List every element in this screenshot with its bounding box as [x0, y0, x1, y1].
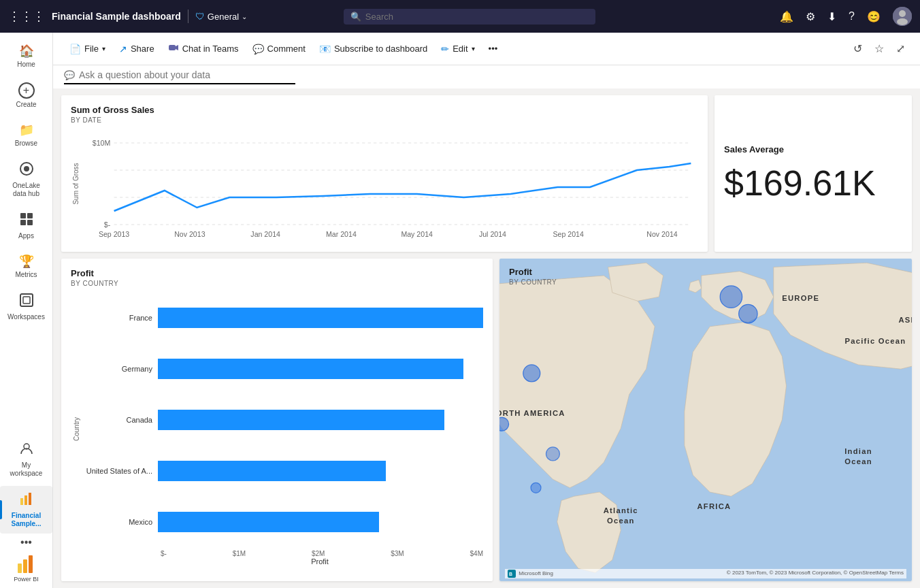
sidebar-item-workspaces[interactable]: Workspaces	[0, 287, 52, 327]
file-button[interactable]: 📄 File ▾	[64, 41, 111, 57]
sidebar-item-my-workspace[interactable]: My workspace	[0, 436, 52, 483]
bar-canada	[158, 410, 444, 430]
sidebar-label-browse: Browse	[15, 140, 37, 148]
profit-bar-subtitle: BY COUNTRY	[71, 280, 483, 287]
sidebar-label-create: Create	[16, 101, 36, 109]
qa-input[interactable]	[79, 69, 295, 80]
map-label-europe: EUROPE	[782, 294, 819, 302]
country-usa: United States of A...	[86, 467, 152, 475]
map-bubble-europe2	[739, 304, 757, 323]
sidebar-item-onelake[interactable]: OneLake data hub	[0, 156, 52, 203]
sidebar: 🏠 Home + Create 📁 Browse OneLake data hu…	[0, 33, 53, 588]
subscribe-button[interactable]: 📧 Subscribe to dashboard	[314, 41, 433, 57]
svg-rect-17	[29, 555, 33, 573]
sidebar-item-create[interactable]: + Create	[0, 77, 52, 114]
sidebar-label-workspaces: Workspaces	[7, 313, 45, 321]
sales-average-tile[interactable]: Sales Average $169.61K	[714, 95, 912, 252]
chat-in-teams-button[interactable]: Chat in Teams	[163, 39, 244, 58]
edit-button[interactable]: ✏ Edit ▾	[436, 41, 480, 57]
profit-bars-area: France Germany Canada United States of A…	[82, 293, 483, 547]
svg-rect-13	[24, 495, 27, 505]
sales-average-title: Sales Average	[724, 144, 902, 154]
sidebar-item-apps[interactable]: Apps	[0, 206, 52, 246]
share-label: Share	[131, 44, 154, 54]
fullscreen-button[interactable]: ⤢	[892, 39, 909, 58]
svg-rect-9	[20, 294, 33, 306]
svg-rect-12	[20, 498, 23, 505]
powerbi-label: Power BI	[14, 576, 39, 583]
share-button[interactable]: ↗ Share	[114, 41, 160, 57]
svg-text:May 2014: May 2014	[401, 231, 433, 238]
svg-rect-16	[23, 559, 27, 573]
x-label-0: $-	[161, 550, 167, 557]
powerbi-logo-icon	[15, 554, 37, 576]
feedback-icon[interactable]: 😊	[867, 10, 881, 23]
sidebar-item-browse[interactable]: 📁 Browse	[0, 117, 52, 153]
waffle-icon[interactable]: ⋮⋮⋮	[8, 9, 45, 24]
map-bubble-usa	[499, 417, 509, 431]
gross-sales-tile[interactable]: Sum of Gross Sales BY DATE $10M $- Sum o…	[61, 95, 708, 252]
country-mexico: Mexico	[129, 518, 152, 526]
svg-text:Nov 2013: Nov 2013	[174, 231, 206, 238]
map-bubble-canada	[523, 365, 540, 382]
favorite-button[interactable]: ☆	[870, 39, 888, 58]
edit-chevron-icon: ▾	[472, 45, 475, 52]
active-indicator	[0, 500, 2, 519]
notification-icon[interactable]: 🔔	[780, 10, 793, 23]
settings-icon[interactable]: ⚙	[806, 10, 815, 23]
svg-rect-6	[27, 213, 33, 218]
edit-icon: ✏	[441, 44, 449, 54]
sidebar-label-metrics: Metrics	[15, 271, 37, 279]
gross-sales-title: Sum of Gross Sales	[71, 105, 698, 115]
tile-row-2: Profit BY COUNTRY Country France	[61, 259, 912, 581]
sidebar-label-financial-sample: Financial Sample...	[12, 512, 42, 528]
sidebar-bottom: My workspace Financial Sample... •••	[0, 436, 52, 583]
qa-bar-inner[interactable]: 💬	[64, 69, 295, 84]
help-icon[interactable]: ?	[849, 10, 855, 22]
profit-y-axis-label-container: Country	[71, 293, 82, 566]
subscribe-icon: 📧	[319, 44, 331, 54]
workspace-chevron-icon[interactable]: ⌄	[242, 13, 247, 20]
svg-rect-14	[29, 493, 31, 505]
profit-bar-inner: France Germany Canada United States of A…	[82, 293, 483, 566]
sales-average-value: $169.61K	[724, 163, 902, 203]
more-options-button[interactable]: •••	[483, 41, 504, 56]
sidebar-item-home[interactable]: 🏠 Home	[0, 38, 52, 74]
sidebar-label-onelake: OneLake data hub	[12, 182, 40, 198]
profit-map-svg: NORTH AMERICA EUROPE AFRICA ASIA Pacific…	[499, 259, 912, 581]
map-label-pacific: Pacific Ocean	[845, 337, 906, 345]
sidebar-label-my-workspace: My workspace	[10, 461, 43, 478]
download-icon[interactable]: ⬇	[827, 10, 836, 23]
country-labels: France Germany Canada United States of A…	[82, 293, 157, 547]
create-icon: +	[18, 82, 35, 99]
comment-button[interactable]: 💬 Comment	[247, 41, 311, 57]
map-label-asia: ASIA	[898, 316, 912, 324]
search-input[interactable]	[365, 12, 589, 22]
more-options-icon: •••	[489, 44, 498, 54]
svg-text:Sum of Gross: Sum of Gross	[71, 163, 79, 204]
svg-text:Sep 2014: Sep 2014	[553, 231, 585, 238]
country-canada: Canada	[126, 416, 152, 424]
map-label-north-america: NORTH AMERICA	[499, 409, 565, 417]
svg-rect-8	[27, 220, 33, 225]
profit-map-title: Profit	[509, 267, 557, 277]
refresh-button[interactable]: ↺	[849, 39, 866, 58]
bing-icon: B	[508, 570, 516, 578]
financial-sample-icon	[19, 491, 34, 510]
comment-label: Comment	[267, 44, 306, 54]
profit-bar-tile[interactable]: Profit BY COUNTRY Country France	[61, 259, 493, 581]
sidebar-label-apps: Apps	[18, 232, 34, 240]
sidebar-item-metrics[interactable]: 🏆 Metrics	[0, 248, 52, 284]
profit-map-tile[interactable]: Profit BY COUNTRY	[499, 259, 912, 581]
sidebar-more-icon[interactable]: •••	[20, 536, 32, 549]
svg-point-1	[899, 10, 906, 17]
avatar[interactable]	[893, 7, 912, 26]
svg-point-4	[24, 166, 29, 172]
map-footer: B Microsoft Bing © 2023 TomTom, © 2023 M…	[505, 569, 906, 578]
profit-map-subtitle: BY COUNTRY	[509, 278, 557, 286]
search-bar[interactable]: 🔍	[344, 9, 595, 24]
sidebar-item-financial-sample[interactable]: Financial Sample...	[0, 486, 52, 534]
home-icon: 🏠	[19, 44, 34, 59]
svg-rect-7	[20, 220, 26, 225]
svg-text:Jan 2014: Jan 2014	[250, 231, 280, 238]
